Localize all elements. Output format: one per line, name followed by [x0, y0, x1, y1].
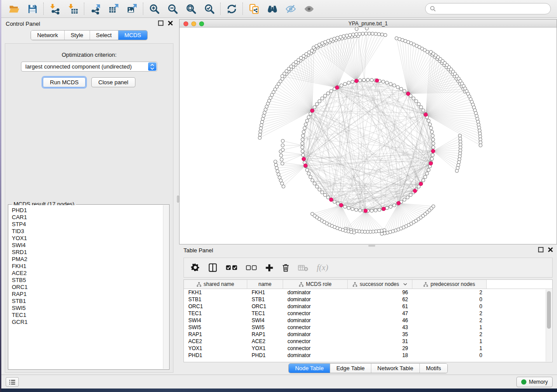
mcds-result-item[interactable]: ORC1	[12, 284, 169, 291]
mcds-result-item[interactable]: STB1	[12, 298, 169, 305]
cell-successor-nodes[interactable]: 43	[348, 324, 412, 330]
table-row[interactable]: FKH1FKH1dominator962	[184, 289, 552, 296]
mcds-result-item[interactable]: STP4	[12, 221, 169, 228]
table-tab-motifs[interactable]: Motifs	[420, 364, 447, 373]
mcds-result-item[interactable]: SRD1	[12, 249, 169, 256]
float-table-panel-icon[interactable]	[538, 247, 544, 253]
cell-MCDS-role[interactable]: connector	[283, 338, 348, 344]
cell-MCDS-role[interactable]: connector	[283, 324, 348, 330]
cell-predecessor-nodes[interactable]: 1	[412, 345, 487, 351]
cell-shared-name[interactable]: TEC1	[184, 310, 247, 316]
run-mcds-button[interactable]: Run MCDS	[43, 77, 86, 87]
mcds-result-item[interactable]: CAR1	[12, 214, 169, 221]
cell-name[interactable]: ORC1	[247, 303, 283, 309]
cell-name[interactable]: ACE2	[247, 338, 283, 344]
column-header-MCDS-role[interactable]: MCDS role	[283, 280, 348, 289]
save-session-icon[interactable]	[25, 2, 40, 15]
mcds-result-item[interactable]: PHD1	[12, 207, 169, 214]
zoom-out-icon[interactable]	[165, 2, 180, 15]
add-column-icon[interactable]	[265, 264, 273, 272]
cell-MCDS-role[interactable]: connector	[283, 345, 348, 351]
cell-predecessor-nodes[interactable]: 0	[412, 296, 487, 303]
cell-MCDS-role[interactable]: dominator	[283, 296, 348, 303]
tab-style[interactable]: Style	[65, 31, 90, 40]
cell-MCDS-role[interactable]: connector	[283, 310, 348, 316]
table-row[interactable]: SWI4SWI4dominator462	[184, 317, 552, 324]
cell-predecessor-nodes[interactable]: 2	[412, 289, 487, 296]
cell-successor-nodes[interactable]: 62	[348, 296, 412, 303]
mcds-result-item[interactable]: FKH1	[12, 263, 169, 270]
zoom-window-icon[interactable]	[199, 21, 204, 26]
cell-successor-nodes[interactable]: 61	[348, 303, 412, 309]
table-row[interactable]: STB1STB1dominator620	[184, 296, 552, 303]
zoom-selected-icon[interactable]	[202, 2, 217, 15]
open-file-icon[interactable]	[7, 2, 21, 15]
show-columns-icon[interactable]	[208, 263, 218, 272]
cell-successor-nodes[interactable]: 46	[348, 317, 412, 323]
cell-MCDS-role[interactable]: dominator	[283, 289, 348, 296]
float-panel-icon[interactable]	[158, 20, 164, 26]
mcds-result-item[interactable]: YOX1	[12, 235, 169, 242]
cell-MCDS-role[interactable]: dominator	[283, 317, 348, 323]
cell-successor-nodes[interactable]: 47	[348, 310, 412, 316]
table-tab-network-table[interactable]: Network Table	[371, 364, 420, 373]
memory-button[interactable]: Memory	[516, 377, 553, 387]
cell-shared-name[interactable]: YOX1	[184, 345, 247, 351]
cell-MCDS-role[interactable]: dominator	[283, 303, 348, 309]
table-tab-edge-table[interactable]: Edge Table	[330, 364, 371, 373]
search-input[interactable]	[439, 6, 546, 12]
table-row[interactable]: ORC1ORC1dominator610	[184, 303, 552, 310]
cell-predecessor-nodes[interactable]: 0	[412, 303, 487, 309]
mcds-result-item[interactable]: RAP1	[12, 291, 169, 298]
mcds-result-item[interactable]: TEC1	[12, 312, 169, 319]
table-row[interactable]: TEC1TEC1connector472	[184, 310, 552, 317]
network-canvas[interactable]	[180, 28, 557, 244]
refresh-icon[interactable]	[224, 2, 239, 15]
import-network-icon[interactable]	[47, 2, 62, 15]
close-table-panel-icon[interactable]	[547, 247, 554, 253]
cell-MCDS-role[interactable]: dominator	[283, 352, 348, 358]
cell-name[interactable]: YOX1	[247, 345, 283, 351]
cell-name[interactable]: STB1	[247, 296, 283, 303]
mcds-result-item[interactable]: GCR1	[12, 319, 169, 326]
hide-selected-icon[interactable]	[283, 2, 298, 15]
cell-predecessor-nodes[interactable]: 2	[412, 317, 487, 323]
mcds-result-item[interactable]: STB5	[12, 277, 169, 284]
search-web-icon[interactable]	[265, 2, 280, 15]
cell-predecessor-nodes[interactable]: 2	[412, 310, 487, 316]
column-header-shared-name[interactable]: shared name	[184, 280, 247, 289]
cell-name[interactable]: TEC1	[247, 310, 283, 316]
cell-successor-nodes[interactable]: 18	[348, 352, 412, 358]
cell-name[interactable]: PHD1	[247, 352, 283, 358]
cell-predecessor-nodes[interactable]: 0	[412, 352, 487, 358]
zoom-in-icon[interactable]	[147, 2, 162, 15]
tab-mcds[interactable]: MCDS	[118, 31, 147, 40]
mcds-result-item[interactable]: SWI5	[12, 305, 169, 312]
table-row[interactable]: YOX1YOX1connector291	[184, 345, 552, 352]
cell-shared-name[interactable]: ACE2	[184, 338, 247, 344]
tab-select[interactable]: Select	[90, 31, 118, 40]
cell-successor-nodes[interactable]: 35	[348, 331, 412, 337]
mcds-result-item[interactable]: ACE2	[12, 270, 169, 277]
mcds-result-item[interactable]: TID3	[12, 228, 169, 235]
mcds-result-item[interactable]: PMA2	[12, 256, 169, 263]
cell-shared-name[interactable]: FKH1	[184, 289, 247, 296]
cell-name[interactable]: SWI4	[247, 317, 283, 323]
cell-predecessor-nodes[interactable]: 1	[412, 338, 487, 344]
mcds-result-item[interactable]: SWI4	[12, 242, 169, 249]
cell-shared-name[interactable]: ORC1	[184, 303, 247, 309]
cell-name[interactable]: FKH1	[247, 289, 283, 296]
cell-predecessor-nodes[interactable]: 1	[412, 324, 487, 330]
table-scrollbar-thumb[interactable]	[547, 291, 551, 329]
cell-shared-name[interactable]: SWI4	[184, 317, 247, 323]
close-panel-button[interactable]: Close panel	[91, 77, 135, 87]
unselect-all-icon[interactable]	[246, 265, 257, 271]
delete-column-icon[interactable]	[282, 263, 290, 272]
cell-name[interactable]: RAP1	[247, 331, 283, 337]
export-network-icon[interactable]	[88, 2, 103, 15]
close-window-icon[interactable]	[183, 21, 188, 26]
settings-gear-icon[interactable]	[191, 263, 200, 272]
export-table-icon[interactable]	[106, 2, 121, 15]
export-image-icon[interactable]	[125, 2, 139, 15]
column-header-name[interactable]: name	[247, 280, 283, 289]
